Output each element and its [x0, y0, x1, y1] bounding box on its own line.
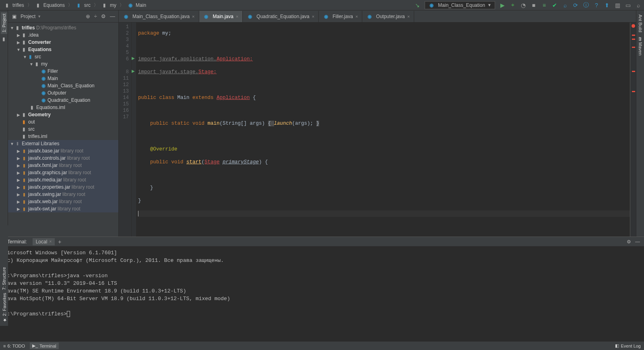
event-log-button[interactable]: ◧ Event Log — [615, 343, 641, 348]
class-icon — [123, 14, 129, 19]
coverage-icon[interactable]: ◔ — [520, 2, 526, 8]
tree-converter[interactable]: ▶▮Converter — [8, 39, 118, 46]
favorites-tool-tab[interactable]: ★ 2: Favorites — [1, 291, 8, 324]
close-icon[interactable]: × — [407, 14, 410, 19]
tree-lib-6[interactable]: ▶javafx.swing.jarlibrary root — [8, 191, 118, 198]
sync-icon[interactable]: ⟳ — [572, 2, 579, 8]
tree-file-mce[interactable]: Main_Class_Equation — [8, 82, 118, 89]
tree-src2[interactable]: ▮src — [8, 126, 118, 133]
class-icon — [247, 14, 253, 19]
code-editor[interactable]: package my; import javafx.application.Ap… — [136, 23, 630, 237]
run-icon[interactable]: ▶ — [499, 2, 506, 8]
help-icon[interactable]: ? — [593, 2, 600, 8]
add-terminal-button[interactable]: + — [55, 238, 64, 246]
search-icon[interactable]: ⌕ — [562, 2, 568, 8]
bookmark-icon[interactable]: ▮ — [2, 36, 5, 42]
terminal-button[interactable]: ▶_ Terminal — [30, 342, 59, 349]
class-icon — [40, 68, 46, 74]
tree-trifles-iml[interactable]: ▮trifles.iml — [8, 133, 118, 140]
tree-eq-iml[interactable]: ▮Equations.iml — [8, 104, 118, 111]
close-icon[interactable]: × — [312, 14, 314, 19]
tree-file-qe[interactable]: Quadratic_Equation — [8, 97, 118, 104]
tab-qe[interactable]: Quadratic_Equation.java× — [243, 11, 319, 22]
error-mark[interactable] — [632, 35, 635, 36]
bc-trifles[interactable]: ▮trifles — [2, 2, 26, 9]
hide-icon[interactable]: — — [635, 239, 640, 245]
tree-lib-1[interactable]: ▶javafx.controls.jarlibrary root — [8, 154, 118, 162]
info-icon[interactable]: ⓘ — [583, 2, 589, 8]
tree-file-filler[interactable]: Filler — [8, 68, 118, 75]
stop-icon[interactable]: ■ — [530, 2, 537, 8]
export-icon[interactable]: ⬆ — [604, 2, 610, 8]
error-mark[interactable] — [632, 91, 635, 92]
collapse-icon[interactable]: ÷ — [94, 13, 97, 19]
tab-main[interactable]: Main.java× — [199, 11, 243, 22]
tab-mce[interactable]: Main_Class_Equation.java× — [119, 11, 199, 22]
tree-idea[interactable]: ▶▮.idea — [8, 31, 118, 39]
error-mark[interactable] — [632, 47, 635, 48]
jar-icon — [21, 148, 27, 154]
tree-equations[interactable]: ▼▮Equations — [8, 46, 118, 53]
bc-equations[interactable]: ▮Equations — [33, 2, 66, 9]
close-icon[interactable]: × — [236, 14, 238, 19]
tree-src[interactable]: ▼▮src — [8, 53, 118, 60]
folder-icon: ▮ — [21, 126, 27, 132]
magnify-icon[interactable]: ⌕ — [635, 2, 642, 8]
todo-button[interactable]: ≡ 6: TODO — [3, 342, 25, 349]
tree-lib-8[interactable]: ▶javafx-swt.jarlibrary root — [8, 205, 118, 212]
status-left: ≡ 6: TODO ▶_ Terminal — [3, 342, 59, 349]
error-mark[interactable] — [632, 71, 635, 72]
terminal-tab-local[interactable]: Local× — [33, 238, 55, 245]
bc-my[interactable]: ▮my — [100, 2, 118, 9]
project-tool-tab[interactable]: 1: Project — [1, 12, 7, 34]
error-indicator-icon[interactable] — [632, 24, 635, 28]
tree-lib-0[interactable]: ▶javafx.base.jarlibrary root — [8, 147, 118, 154]
jar-icon — [21, 170, 27, 175]
ant-tool-tab[interactable]: Ant Build — [637, 12, 644, 35]
tree-root[interactable]: ▼▮trifles D:\Programs\trifles — [8, 24, 118, 31]
tree-out[interactable]: ▮out — [8, 118, 118, 126]
hide-icon[interactable]: — — [110, 13, 115, 19]
tree-lib-2[interactable]: ▶javafx.fxml.jarlibrary root — [8, 162, 118, 169]
run-config-selector[interactable]: Main_Class_Equation ▼ — [425, 1, 495, 9]
error-stripe[interactable] — [630, 23, 636, 237]
tree-file-outputer[interactable]: Outputer — [8, 89, 118, 97]
chevron-right-icon: 〉 — [120, 2, 124, 8]
tree-lib-3[interactable]: ▶javafx.graphics.jarlibrary root — [8, 169, 118, 176]
run-line-icon[interactable]: ▶ — [132, 69, 135, 73]
layout-icon[interactable]: ▥ — [614, 2, 621, 8]
tree-ext-lib[interactable]: ▼⦀External Libraries — [8, 140, 118, 147]
terminal-body[interactable]: Microsoft Windows [Version 6.1.7601] (c)… — [0, 247, 644, 341]
check-icon[interactable]: ✔ — [551, 2, 558, 8]
project-view-selector[interactable]: ▣ Project ▼ — [11, 14, 41, 19]
run-line-icon[interactable]: ▶ — [132, 56, 135, 60]
lines-icon[interactable]: ≡ — [541, 2, 547, 8]
tree-file-main[interactable]: Main — [8, 75, 118, 82]
close-icon[interactable]: × — [355, 14, 358, 19]
tab-outputer[interactable]: Outputer.java× — [362, 11, 414, 22]
tree-lib-5[interactable]: ▶javafx.properties.jarlibrary root — [8, 183, 118, 191]
tree-pkg-my[interactable]: ▼▮my — [8, 60, 118, 68]
close-icon[interactable]: × — [192, 14, 194, 19]
tree-geometry[interactable]: ▶▮Geometry — [8, 111, 118, 118]
tab-filler[interactable]: Filler.java× — [319, 11, 362, 22]
fold-gutter[interactable]: ▶ ▶ — [132, 23, 136, 237]
maven-tool-tab[interactable]: m Maven — [637, 35, 644, 58]
debug-icon[interactable]: ⌖ — [510, 2, 516, 8]
gear-icon[interactable]: ⚙ — [101, 13, 106, 19]
file-icon: ▮ — [21, 134, 27, 139]
bc-src[interactable]: ▮src — [74, 2, 92, 9]
window-icon[interactable]: ▭ — [625, 2, 631, 8]
project-tree[interactable]: ▼▮trifles D:\Programs\trifles ▶▮.idea ▶▮… — [8, 23, 118, 237]
error-mark[interactable] — [632, 39, 635, 40]
build-icon[interactable]: ↘ — [414, 2, 421, 8]
tree-lib-7[interactable]: ▶javafx.web.jarlibrary root — [8, 198, 118, 205]
bc-main[interactable]: Main — [126, 2, 148, 9]
line-gutter[interactable]: 123 456 811 121314 151617 — [119, 23, 132, 237]
tree-lib-4[interactable]: ▶javafx.media.jarlibrary root — [8, 176, 118, 183]
structure-tool-tab[interactable]: 7: Structure — [1, 266, 7, 292]
close-icon[interactable]: × — [49, 239, 52, 244]
gear-icon[interactable]: ⚙ — [627, 239, 631, 245]
target-icon[interactable]: ⊕ — [86, 13, 90, 19]
left-tab-bar: 1: Project ▮ — [0, 10, 8, 237]
